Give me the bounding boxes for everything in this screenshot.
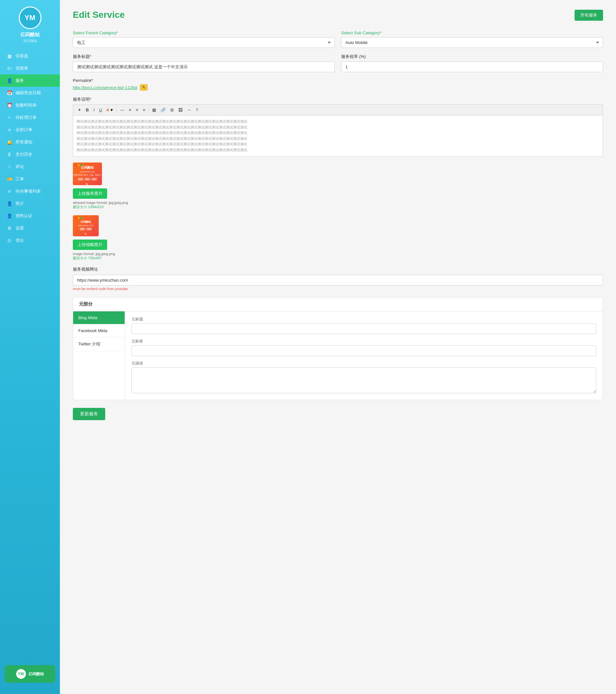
editor-btn-fullscreen[interactable]: ↔ (185, 107, 193, 113)
meta-keywords-label: 元标签 (131, 339, 596, 344)
thumbnail-image-section: 亿码酷站 ymkuzhan.com btn btn ↖ 上传缩略图片 image… (73, 215, 603, 260)
submit-section: 更新服务 (73, 408, 603, 420)
sidebar-item-profile[interactable]: 👤 简介 (0, 198, 60, 210)
sidebar-item-dashboard[interactable]: ▦ 仪表盘 (0, 50, 60, 62)
meta-title-label: 元标题 (131, 316, 596, 322)
sidebar: 亿码酷站 演示网站 ▦ 仪表盘 🏷 优惠券 👤 服务 📅 编辑营业日期 ⏰ 创建… (0, 0, 60, 694)
video-url-input[interactable] (73, 275, 603, 286)
tdot-green (80, 217, 83, 219)
meta-section-title: 元部分 (73, 297, 603, 311)
sidebar-item-business-hours[interactable]: 📅 编辑营业日期 (0, 87, 60, 99)
service-title-input[interactable] (73, 61, 335, 72)
editor-btn-indent[interactable]: ≡ (141, 107, 147, 113)
upload-service-format-hint: allowed image format: jpg,jpeg,png (73, 201, 603, 205)
star-icon: ☆ (6, 164, 12, 169)
editor-btn-help[interactable]: ? (194, 107, 200, 113)
sidebar-item-notifications[interactable]: 🔔 所有通知 (0, 136, 60, 148)
video-url-section: 服务视频网址 must be embed code from youtube. (73, 267, 603, 291)
all-services-button[interactable]: 所有服务 (575, 10, 603, 21)
sidebar-label-payment: 支付历史 (16, 151, 32, 157)
meta-tab-blog[interactable]: Blog Meta (73, 311, 125, 324)
service-price-input[interactable] (341, 61, 603, 72)
permalink-section: Permalink* http://box1.com/service-list/… (73, 78, 603, 91)
sidebar-label-settings: 设置 (16, 225, 24, 231)
editor-btn-color[interactable]: A ▼ (105, 107, 115, 113)
sub-category-select[interactable]: Auto Mobile 其他 (341, 37, 603, 48)
parent-category-col: Select Parent Category* 电工 其他 (73, 31, 335, 48)
meta-keywords-input[interactable] (131, 345, 596, 356)
thumb-logo: 亿码酷站 (80, 220, 91, 224)
thumb-cursor: ↖ (84, 232, 87, 236)
update-service-button[interactable]: 更新服务 (73, 408, 105, 420)
preview-logo: 亿码酷站 (81, 165, 94, 170)
editor-btn-special[interactable]: ✦ (76, 107, 83, 113)
editor-btn-underline[interactable]: U (97, 107, 104, 113)
sidebar-nav: ▦ 仪表盘 🏷 优惠券 👤 服务 📅 编辑营业日期 ⏰ 创建时间表 ≈ 待处理订… (0, 50, 60, 246)
sidebar-item-coupons[interactable]: 🏷 优惠券 (0, 62, 60, 74)
permalink-label: Permalink* (73, 78, 603, 83)
pending-icon: ≈ (6, 115, 12, 120)
editor-btn-grid[interactable]: ⊞ (168, 107, 176, 113)
editor-btn-bold[interactable]: B (84, 107, 91, 113)
sidebar-item-payment[interactable]: $ 支付历史 (0, 148, 60, 161)
thumb-btn2: btn (86, 227, 92, 231)
main-header: Edit Service 所有服务 (73, 10, 603, 21)
sidebar-label-schedule: 创建时间表 (16, 102, 37, 108)
video-url-label: 服务视频网址 (73, 267, 603, 272)
list-icon: ≡ (6, 189, 12, 194)
meta-tab-twitter[interactable]: Twitter 介绍 (73, 337, 125, 351)
editor-btn-hr[interactable]: — (118, 107, 126, 113)
editor-btn-ul[interactable]: ≡ (127, 107, 133, 113)
editor-btn-link[interactable]: 🔗 (159, 107, 168, 113)
sidebar-item-logout[interactable]: ⊙ 登出 (0, 234, 60, 246)
sidebar-label-logout: 登出 (16, 238, 24, 243)
sidebar-label-verification: 资料认证 (16, 213, 32, 219)
service-price-label: 服务税率 (%) (341, 54, 603, 59)
brand-text: 亿码酷站 (29, 671, 44, 677)
tdot-red (75, 217, 77, 219)
upload-thumbnail-button[interactable]: 上传缩略图片 (73, 239, 107, 250)
upload-service-image-button[interactable]: 上传服务图片 (73, 188, 107, 199)
meta-description-textarea[interactable] (131, 367, 596, 393)
preview-tagline: ymkuzhan.com (79, 170, 95, 173)
sidebar-label-dashboard: 仪表盘 (16, 53, 28, 59)
sidebar-item-all-orders[interactable]: ≡ 全部订单 (0, 124, 60, 136)
dot-yellow (78, 164, 79, 166)
thumb-dots (75, 217, 83, 219)
sidebar-brand-box[interactable]: YM 亿码酷站 (5, 665, 55, 683)
upload-thumbnail-size-hint: 建议大小 730x497 (73, 256, 603, 260)
parent-category-select[interactable]: 电工 其他 (73, 37, 335, 48)
editor-btn-image[interactable]: 🖼 (177, 107, 184, 113)
permalink-link[interactable]: http://box1.com/service-list/-112list (73, 85, 137, 90)
editor-btn-ol[interactable]: ≡ (134, 107, 141, 113)
preview-dots (75, 164, 83, 166)
dot-green (80, 164, 83, 166)
sidebar-item-tickets[interactable]: 🎫 工单 (0, 173, 60, 185)
sidebar-item-schedule[interactable]: ⏰ 创建时间表 (0, 99, 60, 111)
permalink-edit-button[interactable]: ✎ (140, 84, 148, 91)
sidebar-item-pending-orders[interactable]: ≈ 待处理订单 (0, 111, 60, 124)
preview-cursor: ↖ (86, 182, 89, 185)
preview-btn3: btn (91, 178, 97, 181)
sidebar-item-reviews[interactable]: ☆ 评论 (0, 161, 60, 173)
editor-btn-table[interactable]: ▦ (150, 107, 158, 113)
sub-category-col: Select Sub Category* Auto Mobile 其他 (341, 31, 603, 48)
logout-icon: ⊙ (6, 238, 12, 243)
coupon-icon: 🏷 (6, 66, 12, 71)
dashboard-icon: ▦ (6, 53, 12, 59)
meta-tab-facebook[interactable]: Facebook Meta (73, 324, 125, 337)
meta-title-input[interactable] (131, 323, 596, 334)
service-title-col: 服务标题* (73, 54, 335, 72)
preview-btn-row: btn btn btn (78, 178, 97, 181)
dot-red (75, 164, 77, 166)
sidebar-item-verification[interactable]: 👤 资料认证 (0, 210, 60, 222)
sidebar-item-settings[interactable]: ⚙ 设置 (0, 222, 60, 234)
thumbnail-image-preview: 亿码酷站 ymkuzhan.com btn btn ↖ (73, 215, 99, 236)
editor-content[interactable]: 测试测试测试测试测试测试测试测试测试测试测试测试测试测试测试测试测试测试测试测试… (73, 115, 603, 157)
sidebar-item-todo[interactable]: ≡ 待办事项列表 (0, 185, 60, 198)
editor-btn-italic[interactable]: I (91, 107, 96, 113)
tdot-yellow (78, 217, 79, 219)
sidebar-item-services[interactable]: 👤 服务 (0, 74, 60, 87)
orders-icon: ≡ (6, 127, 12, 132)
sub-category-label: Select Sub Category* (341, 31, 603, 35)
